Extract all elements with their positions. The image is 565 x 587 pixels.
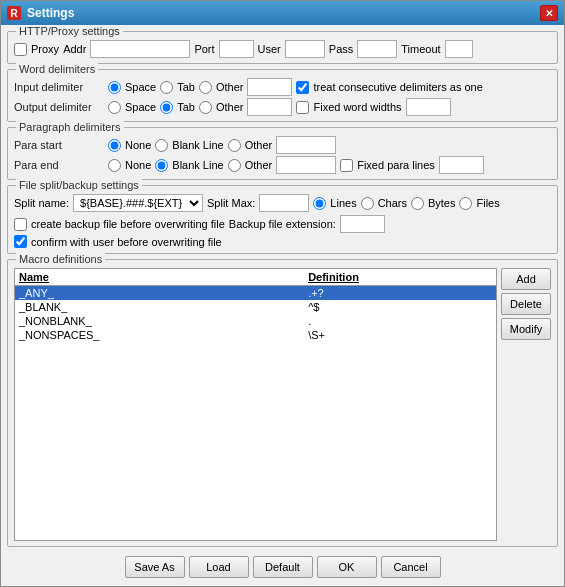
split-chars-radio[interactable] [361, 197, 374, 210]
table-row[interactable]: _ANY_.+? [15, 286, 496, 301]
ok-button[interactable]: OK [317, 556, 377, 578]
paragraph-delimiters-label: Paragraph delimiters [16, 121, 124, 133]
macro-def-cell: ^$ [304, 300, 496, 314]
modify-macro-button[interactable]: Modify [501, 318, 551, 340]
word-delimiters-group: Word delimiters Input delimiter Space Ta… [7, 69, 558, 122]
http-proxy-group: HTTP/Proxy settings Proxy Addr Port User… [7, 31, 558, 64]
cancel-button[interactable]: Cancel [381, 556, 441, 578]
split-lines-label: Lines [330, 197, 356, 209]
para-start-other-label: Other [245, 139, 273, 151]
user-label: User [258, 43, 281, 55]
table-row[interactable]: _NONSPACES_\S+ [15, 328, 496, 342]
para-end-blank-label: Blank Line [172, 159, 223, 171]
fixed-para-lines-checkbox[interactable] [340, 159, 353, 172]
macro-table-wrapper[interactable]: Name Definition _ANY_.+?_BLANK_^$_NONBLA… [14, 268, 497, 541]
para-end-label: Para end [14, 159, 104, 171]
input-tab-radio[interactable] [160, 81, 173, 94]
output-space-radio[interactable] [108, 101, 121, 114]
file-split-group: File split/backup settings Split name: $… [7, 185, 558, 254]
proxy-label: Proxy [31, 43, 59, 55]
fixed-word-widths-value[interactable] [406, 98, 451, 116]
settings-window: R Settings ✕ HTTP/Proxy settings Proxy A… [0, 0, 565, 587]
macro-definitions-label: Macro definitions [16, 253, 105, 265]
macro-name-cell: _NONSPACES_ [15, 328, 304, 342]
col-name-header: Name [15, 269, 304, 286]
confirm-overwrite-label: confirm with user before overwriting fil… [31, 236, 222, 248]
proxy-checkbox[interactable] [14, 43, 27, 56]
output-other-label: Other [216, 101, 244, 113]
addr-label: Addr [63, 43, 86, 55]
split-max-label: Split Max: [207, 197, 255, 209]
close-button[interactable]: ✕ [540, 5, 558, 21]
timeout-input[interactable]: 15 [445, 40, 473, 58]
default-button[interactable]: Default [253, 556, 313, 578]
col-def-header: Definition [304, 269, 496, 286]
output-other-radio[interactable] [199, 101, 212, 114]
create-backup-label: create backup file before overwriting fi… [31, 218, 225, 230]
split-bytes-label: Bytes [428, 197, 456, 209]
app-icon: R [7, 6, 21, 20]
window-title: Settings [27, 6, 74, 20]
backup-ext-label: Backup file extension: [229, 218, 336, 230]
para-start-other-radio[interactable] [228, 139, 241, 152]
pass-input[interactable] [357, 40, 397, 58]
para-end-none-radio[interactable] [108, 159, 121, 172]
fixed-word-widths-label: Fixed word widths [313, 101, 401, 113]
load-button[interactable]: Load [189, 556, 249, 578]
file-split-label: File split/backup settings [16, 179, 142, 191]
paragraph-delimiters-group: Paragraph delimiters Para start None Bla… [7, 127, 558, 180]
output-delimiter-label: Output delimiter [14, 101, 104, 113]
confirm-overwrite-checkbox[interactable] [14, 235, 27, 248]
treat-consecutive-checkbox[interactable] [296, 81, 309, 94]
user-input[interactable] [285, 40, 325, 58]
treat-consecutive-label: treat consecutive delimiters as one [313, 81, 482, 93]
para-end-other-value[interactable] [276, 156, 336, 174]
macro-def-cell: .+? [304, 286, 496, 301]
macro-table: Name Definition _ANY_.+?_BLANK_^$_NONBLA… [15, 269, 496, 342]
input-delimiter-label: Input delimiter [14, 81, 104, 93]
save-as-button[interactable]: Save As [125, 556, 185, 578]
para-start-blank-radio[interactable] [155, 139, 168, 152]
macro-name-cell: _NONBLANK_ [15, 314, 304, 328]
para-start-other-value[interactable] [276, 136, 336, 154]
para-start-none-label: None [125, 139, 151, 151]
para-end-other-label: Other [245, 159, 273, 171]
split-files-label: Files [476, 197, 499, 209]
para-start-none-radio[interactable] [108, 139, 121, 152]
proxy-addr-input[interactable] [90, 40, 190, 58]
fixed-para-lines-value[interactable] [439, 156, 484, 174]
backup-ext-input[interactable]: .bak [340, 215, 385, 233]
fixed-para-lines-label: Fixed para lines [357, 159, 435, 171]
macro-action-buttons: Add Delete Modify [501, 268, 551, 541]
word-delimiters-label: Word delimiters [16, 63, 98, 75]
table-row[interactable]: _NONBLANK_. [15, 314, 496, 328]
footer-buttons: Save As Load Default OK Cancel [7, 552, 558, 580]
port-input[interactable] [219, 40, 254, 58]
titlebar-left: R Settings [7, 6, 74, 20]
timeout-label: Timeout [401, 43, 440, 55]
create-backup-checkbox[interactable] [14, 218, 27, 231]
split-files-radio[interactable] [459, 197, 472, 210]
para-start-blank-label: Blank Line [172, 139, 223, 151]
macro-definitions-group: Macro definitions Name Definition [7, 259, 558, 547]
port-label: Port [194, 43, 214, 55]
pass-label: Pass [329, 43, 353, 55]
add-macro-button[interactable]: Add [501, 268, 551, 290]
input-other-radio[interactable] [199, 81, 212, 94]
titlebar: R Settings ✕ [1, 1, 564, 25]
input-space-radio[interactable] [108, 81, 121, 94]
output-tab-radio[interactable] [160, 101, 173, 114]
output-other-value[interactable] [247, 98, 292, 116]
split-name-select[interactable]: ${BASE}.###.${EXT} [73, 194, 203, 212]
input-other-value[interactable] [247, 78, 292, 96]
output-tab-label: Tab [177, 101, 195, 113]
para-end-other-radio[interactable] [228, 159, 241, 172]
para-end-blank-radio[interactable] [155, 159, 168, 172]
table-row[interactable]: _BLANK_^$ [15, 300, 496, 314]
split-lines-radio[interactable] [313, 197, 326, 210]
fixed-word-widths-checkbox[interactable] [296, 101, 309, 114]
delete-macro-button[interactable]: Delete [501, 293, 551, 315]
split-bytes-radio[interactable] [411, 197, 424, 210]
split-max-input[interactable]: 1000 [259, 194, 309, 212]
output-space-label: Space [125, 101, 156, 113]
